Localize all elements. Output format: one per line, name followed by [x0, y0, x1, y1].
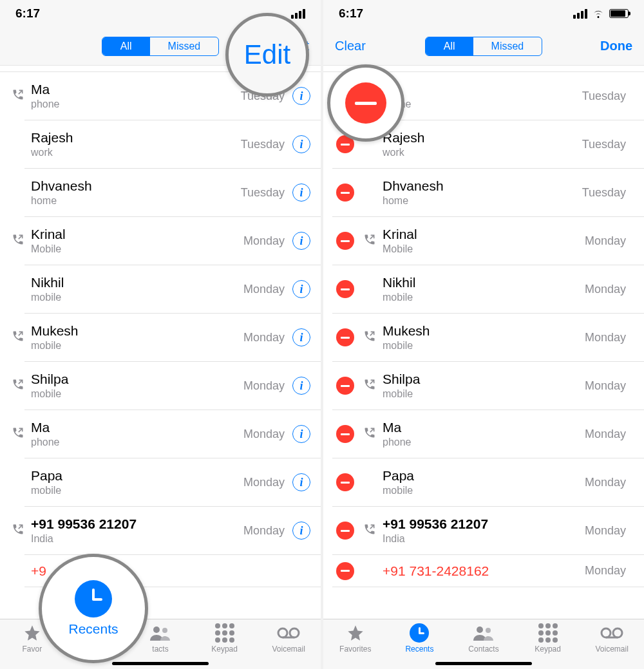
- call-name: Rajesh: [31, 130, 241, 146]
- tab-bar: Favorites Recents Contacts Keypad Voicem…: [323, 619, 644, 669]
- home-indicator[interactable]: [435, 662, 532, 665]
- signal-icon: [291, 9, 305, 19]
- call-row-edit[interactable]: PapamobileMonday: [332, 458, 644, 507]
- tab-label: Favorites: [339, 645, 371, 654]
- call-row[interactable]: PapamobileMondayi: [24, 458, 321, 507]
- call-day: Tuesday: [582, 90, 626, 103]
- delete-row-button[interactable]: [336, 473, 354, 491]
- battery-icon: [609, 9, 629, 18]
- filter-segmented-control[interactable]: All Missed: [102, 37, 219, 56]
- tab-keypad[interactable]: Keypad: [522, 623, 574, 654]
- call-row[interactable]: +91 99536 21207IndiaMondayi: [24, 507, 321, 555]
- call-subtitle: phone: [31, 437, 243, 448]
- call-day: Monday: [585, 564, 626, 578]
- call-subtitle: mobile: [383, 340, 585, 352]
- done-button[interactable]: Done: [594, 39, 632, 53]
- delete-row-button[interactable]: [336, 328, 354, 346]
- status-time: 6:17: [15, 6, 40, 21]
- tab-voicemail[interactable]: Voicemail: [586, 623, 638, 654]
- call-day: Monday: [243, 524, 285, 538]
- info-button[interactable]: i: [292, 377, 310, 395]
- clear-button[interactable]: Clear: [335, 39, 374, 53]
- outgoing-call-icon: [12, 88, 24, 101]
- call-row[interactable]: NikhilmobileMondayi: [24, 265, 321, 314]
- call-row[interactable]: RajeshworkTuesdayi: [24, 120, 321, 169]
- info-button[interactable]: i: [292, 473, 310, 491]
- call-name: Mukesh: [31, 323, 243, 339]
- call-day: Monday: [585, 524, 626, 538]
- call-subtitle: home: [383, 195, 582, 207]
- outgoing-call-icon: [363, 233, 376, 246]
- info-button[interactable]: i: [292, 522, 310, 540]
- info-button[interactable]: i: [292, 232, 310, 250]
- call-day: Tuesday: [582, 186, 626, 200]
- call-subtitle: mobile: [383, 388, 585, 400]
- star-icon: [23, 624, 42, 642]
- voicemail-icon: [277, 627, 300, 639]
- call-row-edit[interactable]: MukeshmobileMonday: [332, 314, 644, 362]
- keypad-icon: [215, 623, 234, 643]
- phone-normal-mode: 6:17 All Missed Edit MaphoneTuesdayiRaje…: [0, 0, 323, 669]
- segment-missed[interactable]: Missed: [473, 37, 542, 55]
- tab-keypad[interactable]: Keypad: [199, 623, 251, 654]
- info-button[interactable]: i: [292, 280, 310, 298]
- info-button[interactable]: i: [292, 184, 310, 202]
- info-button[interactable]: i: [292, 425, 310, 443]
- info-button[interactable]: i: [292, 135, 310, 153]
- call-row-edit[interactable]: +91 731-2428162Monday: [332, 555, 644, 587]
- call-day: Monday: [243, 476, 285, 489]
- call-day: Monday: [585, 331, 626, 344]
- filter-segmented-control[interactable]: All Missed: [425, 37, 542, 56]
- call-row-edit[interactable]: DhvaneshhomeTuesday: [332, 169, 644, 217]
- tab-voicemail[interactable]: Voicemail: [263, 623, 314, 654]
- call-row[interactable]: MaphoneMondayi: [24, 410, 321, 458]
- call-row[interactable]: ShilpamobileMondayi: [24, 362, 321, 410]
- svg-point-8: [613, 628, 622, 637]
- info-button[interactable]: i: [292, 87, 310, 105]
- call-name: +91 99536 21207: [383, 516, 585, 532]
- segment-all[interactable]: All: [426, 37, 473, 55]
- status-bar: 6:17: [323, 0, 644, 27]
- callout-edit-button: Edit: [225, 13, 309, 97]
- delete-row-button[interactable]: [336, 522, 354, 540]
- call-row-edit[interactable]: MaphoneMonday: [332, 410, 644, 458]
- call-subtitle: phone: [383, 437, 585, 448]
- outgoing-call-icon: [363, 523, 376, 536]
- segment-all[interactable]: All: [102, 37, 150, 55]
- delete-row-button[interactable]: [336, 377, 354, 395]
- outgoing-call-icon: [363, 330, 376, 343]
- delete-row-button[interactable]: [336, 184, 354, 202]
- delete-row-button[interactable]: [336, 562, 354, 580]
- call-row-edit[interactable]: ShilpamobileMonday: [332, 362, 644, 410]
- tab-label: tacts: [152, 645, 168, 654]
- contacts-icon: [473, 624, 495, 642]
- call-day: Tuesday: [241, 186, 285, 200]
- segment-missed[interactable]: Missed: [150, 37, 219, 55]
- recents-list-edit[interactable]: MaphoneTuesdayRajeshworkTuesdayDhvaneshh…: [323, 66, 644, 623]
- outgoing-call-icon: [12, 523, 24, 536]
- tab-favorites[interactable]: Favorites: [330, 623, 381, 654]
- clock-icon: [75, 580, 112, 617]
- svg-point-7: [601, 628, 611, 637]
- call-name: Dhvanesh: [383, 178, 582, 194]
- call-subtitle: mobile: [383, 292, 585, 303]
- svg-point-3: [290, 628, 299, 637]
- recents-list[interactable]: MaphoneTuesdayiRajeshworkTuesdayiDhvanes…: [0, 66, 321, 623]
- call-day: Tuesday: [582, 138, 626, 151]
- delete-row-button[interactable]: [336, 232, 354, 250]
- delete-row-button[interactable]: [336, 280, 354, 298]
- callout-edit-label: Edit: [244, 39, 290, 70]
- tab-label: Voicemail: [595, 645, 628, 654]
- call-row[interactable]: KrinalMobileMondayi: [24, 217, 321, 265]
- delete-row-button[interactable]: [336, 425, 354, 443]
- info-button[interactable]: i: [292, 328, 310, 346]
- call-row-edit[interactable]: KrinalMobileMonday: [332, 217, 644, 265]
- tab-contacts[interactable]: Contacts: [458, 623, 509, 654]
- tab-recents[interactable]: Recents: [393, 623, 445, 654]
- home-indicator[interactable]: [112, 662, 209, 665]
- call-name: Ma: [383, 420, 585, 435]
- call-row[interactable]: MukeshmobileMondayi: [24, 314, 321, 362]
- call-row-edit[interactable]: NikhilmobileMonday: [332, 265, 644, 314]
- call-row[interactable]: DhvaneshhomeTuesdayi: [24, 169, 321, 217]
- call-row-edit[interactable]: +91 99536 21207IndiaMonday: [332, 507, 644, 555]
